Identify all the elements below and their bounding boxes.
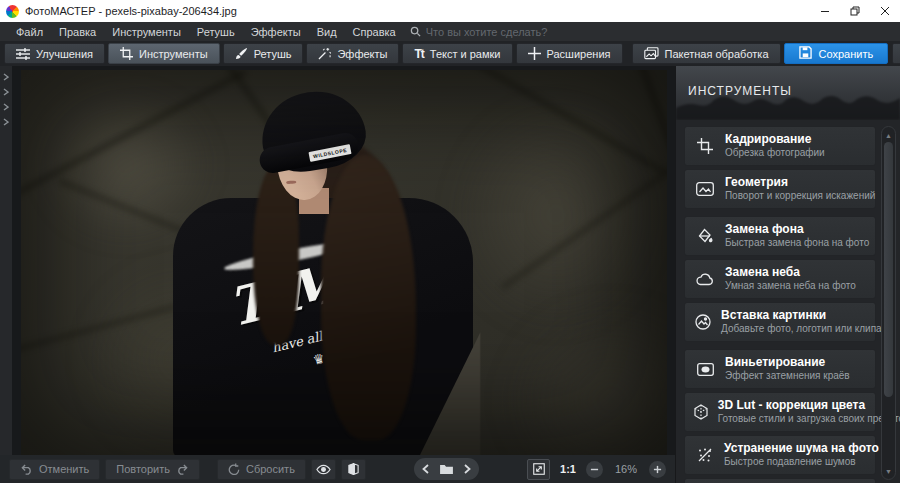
sidebar-header: ИНСТРУМЕНТЫ: [676, 66, 900, 120]
tab-label: Расширения: [547, 48, 611, 60]
left-panel-strip: [0, 66, 12, 455]
menu-item-3[interactable]: Ретушь: [189, 26, 243, 38]
print-button[interactable]: Печать: [892, 43, 900, 64]
tab-enhancements[interactable]: Улучшения: [4, 43, 105, 64]
menubar-items: ФайлПравкаИнструментыРетушьЭффектыВидСпр…: [8, 26, 404, 38]
tab-label: Пакетная обработка: [665, 48, 769, 60]
tab-extensions[interactable]: Расширения: [516, 43, 623, 64]
search: [410, 26, 586, 38]
next-photo-button[interactable]: [464, 464, 471, 474]
crop-icon: [685, 138, 725, 154]
bottom-toolbar: Отменить Повторить Сбросить: [0, 455, 675, 483]
tool-title: Замена фона: [725, 222, 869, 237]
menu-item-0[interactable]: Файл: [8, 26, 51, 38]
insert-image-icon: [685, 314, 721, 330]
zoom-out-button[interactable]: [586, 461, 603, 478]
tool-card-vignette[interactable]: Виньетирование Эффект затемнения краёв: [684, 349, 876, 389]
sidebar-title: ИНСТРУМЕНТЫ: [688, 84, 792, 98]
app-logo-icon: [6, 5, 19, 18]
tab-retouch[interactable]: Ретушь: [223, 43, 304, 64]
crop-icon: [120, 47, 133, 60]
tool-card-cloud[interactable]: Замена неба Умная замена неба на фото: [684, 259, 876, 299]
search-icon: [410, 26, 421, 37]
menu-item-4[interactable]: Эффекты: [243, 26, 309, 38]
tab-effects[interactable]: Эффекты: [306, 43, 399, 64]
menu-item-5[interactable]: Вид: [309, 26, 345, 38]
batch-photos-icon: [644, 47, 659, 60]
tool-subtitle: Добавьте фото, логотип или клипарт: [721, 323, 875, 336]
tab-text-frames[interactable]: Tt Текст и рамки: [402, 43, 512, 64]
redo-label: Повторить: [116, 463, 170, 475]
zoom-level-value[interactable]: 16%: [609, 463, 643, 475]
tool-subtitle: Умная замена неба на фото: [725, 280, 856, 293]
tool-card-noise[interactable]: Устранение шума на фото Быстрое подавлен…: [684, 435, 876, 475]
noise-icon: [685, 447, 724, 463]
titlebar: ФотоМАСТЕР - pexels-pixabay-206434.jpg: [0, 0, 900, 22]
menu-item-2[interactable]: Инструменты: [104, 26, 189, 38]
window-controls: [810, 0, 900, 22]
lut-3d-icon: [685, 404, 718, 420]
preview-original-eye-button[interactable]: [311, 459, 336, 480]
tool-card-bucket[interactable]: Замена фона Быстрая замена фона на фото: [684, 216, 876, 256]
sliders-icon: [16, 48, 30, 60]
tab-label: Текст и рамки: [430, 48, 501, 60]
window-title: ФотоМАСТЕР - pexels-pixabay-206434.jpg: [25, 5, 237, 17]
tab-tools[interactable]: Инструменты: [108, 43, 220, 64]
tab-label: Ретушь: [254, 48, 292, 60]
sidebar-scrollbar[interactable]: ▲ ▼: [881, 126, 896, 480]
undo-button[interactable]: Отменить: [9, 459, 100, 480]
save-icon: [799, 46, 812, 61]
reset-button[interactable]: Сбросить: [217, 459, 306, 480]
zoom-100-button[interactable]: 1:1: [556, 463, 580, 475]
tab-batch-processing[interactable]: Пакетная обработка: [632, 43, 781, 64]
scroll-up-icon[interactable]: ▲: [882, 129, 895, 141]
tool-card-crop[interactable]: Кадрирование Обрезка фотографии: [684, 126, 876, 166]
open-folder-button[interactable]: [439, 464, 454, 475]
tool-subtitle: Быстрое подавление шумов: [724, 456, 875, 469]
tab-label: Эффекты: [337, 48, 387, 60]
chevron-right-icon[interactable]: [3, 88, 9, 96]
chevron-right-icon[interactable]: [3, 73, 9, 81]
menu-item-1[interactable]: Правка: [51, 26, 104, 38]
tool-title: Устранение шума на фото: [724, 441, 875, 456]
tool-subtitle: Готовые стили и загрузка своих пресетов: [718, 413, 875, 426]
tool-title: Кадрирование: [725, 132, 825, 147]
close-button[interactable]: [870, 0, 900, 22]
save-button[interactable]: Сохранить: [784, 43, 889, 64]
tool-subtitle: Поворот и коррекция искажений: [725, 190, 875, 203]
magic-wand-icon: [318, 47, 331, 60]
tool-card-lut-3d[interactable]: 3D Lut - коррекция цвета Готовые стили и…: [684, 392, 876, 432]
tool-subtitle: Быстрая замена фона на фото: [725, 237, 869, 250]
photo-navigator: [414, 458, 479, 480]
chevron-right-icon[interactable]: [3, 103, 9, 111]
restore-button[interactable]: [840, 0, 870, 22]
undo-label: Отменить: [39, 463, 89, 475]
canvas: TIME have all time ♛: [12, 66, 675, 455]
zoom-controls: 1:1 16%: [527, 459, 666, 480]
tool-title: 3D Lut - коррекция цвета: [718, 398, 875, 413]
main-area: TIME have all time ♛: [0, 66, 900, 483]
cloud-icon: [685, 273, 725, 286]
workspace: TIME have all time ♛: [0, 66, 675, 483]
text-icon: Tt: [414, 47, 423, 61]
zoom-in-button[interactable]: [649, 461, 666, 478]
tool-title: Вставка картинки: [721, 308, 875, 323]
minimize-button[interactable]: [810, 0, 840, 22]
tab-label: Улучшения: [36, 48, 93, 60]
tool-card-insert-image[interactable]: Вставка картинки Добавьте фото, логотип …: [684, 302, 876, 342]
tool-card-geometry[interactable]: Геометрия Поворот и коррекция искажений: [684, 169, 876, 209]
menu-item-6[interactable]: Справка: [345, 26, 404, 38]
fit-to-screen-button[interactable]: [527, 459, 550, 480]
scroll-down-icon[interactable]: ▼: [882, 465, 895, 477]
redo-button[interactable]: Повторить: [105, 459, 200, 480]
chevron-right-icon[interactable]: [3, 118, 9, 126]
photo-portrait-woman[interactable]: TIME have all time ♛: [21, 70, 667, 455]
tool-card-curves[interactable]: Кривые Удобная коррекция тона и цвета: [684, 478, 876, 483]
previous-photo-button[interactable]: [422, 464, 429, 474]
tab-label: Инструменты: [139, 48, 208, 60]
search-input[interactable]: [426, 26, 586, 38]
bucket-icon: [685, 228, 725, 244]
scrollbar-thumb[interactable]: [884, 142, 893, 397]
before-after-compare-button[interactable]: [341, 459, 366, 480]
tool-title: Геометрия: [725, 175, 875, 190]
